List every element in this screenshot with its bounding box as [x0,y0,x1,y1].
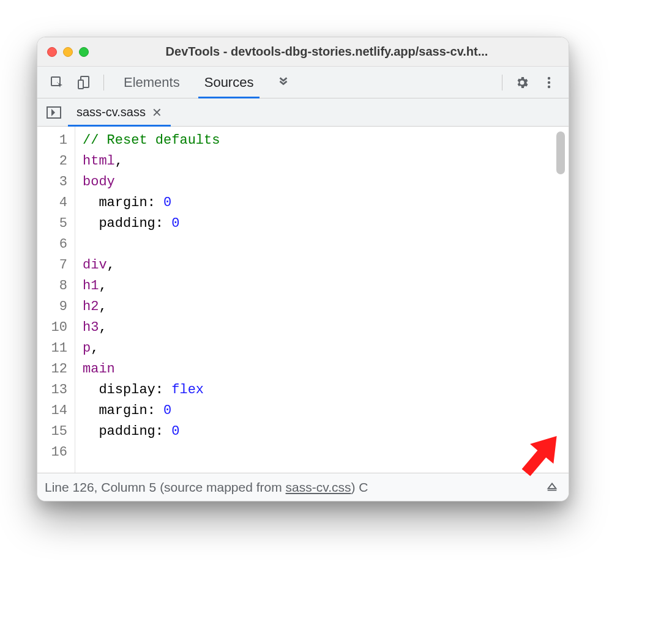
code-line: display: flex [83,380,569,401]
code-editor[interactable]: 12345678910111213141516 // Reset default… [37,127,569,473]
kebab-menu-icon[interactable] [537,70,561,95]
panel-tabs: Elements Sources [111,67,266,98]
status-bar: Line 126, Column 5 (source mapped from s… [37,473,569,501]
code-content[interactable]: // Reset defaultshtml,body margin: 0 pad… [75,127,569,473]
line-number: 15 [37,421,67,442]
line-number: 8 [37,276,67,297]
code-line: body [83,172,569,193]
line-number: 11 [37,338,67,359]
code-line: html, [83,151,569,172]
line-number: 3 [37,172,67,193]
code-line [83,234,569,255]
line-number: 16 [37,442,67,463]
code-line: padding: 0 [83,421,569,442]
show-drawer-icon[interactable] [543,478,561,497]
code-line: main [83,359,569,380]
device-toolbar-icon[interactable] [72,70,96,95]
svg-point-5 [548,85,550,87]
line-number: 2 [37,151,67,172]
code-line: margin: 0 [83,401,569,421]
file-tab-bar: sass-cv.sass ✕ [37,98,569,127]
traffic-lights [47,47,89,57]
separator [502,75,502,91]
cursor-position: Line 126, Column 5 [45,480,156,495]
code-line: div, [83,255,569,276]
minimize-window-button[interactable] [63,47,73,57]
file-tab-label: sass-cv.sass [77,105,146,119]
tab-sources[interactable]: Sources [192,67,266,98]
svg-point-4 [548,81,550,83]
line-number: 6 [37,234,67,255]
tab-label: Sources [204,75,254,91]
svg-point-3 [548,76,550,79]
line-gutter: 12345678910111213141516 [37,127,75,473]
code-line: h3, [83,317,569,338]
separator [103,75,104,91]
code-line: padding: 0 [83,213,569,234]
code-line: h1, [83,276,569,297]
settings-icon[interactable] [510,70,534,95]
inspect-element-icon[interactable] [45,70,69,95]
line-number: 13 [37,380,67,401]
line-number: 10 [37,317,67,338]
navigator-toggle-icon[interactable] [43,102,64,123]
window-title: DevTools - devtools-dbg-stories.netlify.… [95,45,559,59]
code-line: p, [83,338,569,359]
devtools-window: DevTools - devtools-dbg-stories.netlify.… [37,37,569,501]
line-number: 1 [37,130,67,151]
source-map-link[interactable]: sass-cv.css [286,480,351,494]
close-window-button[interactable] [47,47,57,57]
titlebar: DevTools - devtools-dbg-stories.netlify.… [37,37,569,67]
file-tab-sass-cv[interactable]: sass-cv.sass ✕ [68,98,171,126]
code-line [83,442,569,463]
svg-rect-2 [78,80,83,89]
source-map-info: (source mapped from sass-cv.css) C [160,480,539,495]
main-toolbar: Elements Sources [37,67,569,98]
line-number: 12 [37,359,67,380]
line-number: 4 [37,193,67,213]
tab-elements[interactable]: Elements [111,67,192,98]
tab-label: Elements [124,75,180,91]
scrollbar-thumb[interactable] [556,131,565,174]
close-tab-icon[interactable]: ✕ [152,105,162,120]
line-number: 14 [37,401,67,421]
line-number: 7 [37,255,67,276]
code-line: margin: 0 [83,193,569,213]
code-line: h2, [83,297,569,317]
more-tabs-button[interactable] [268,74,299,91]
code-line: // Reset defaults [83,130,569,151]
zoom-window-button[interactable] [79,47,89,57]
line-number: 9 [37,297,67,317]
line-number: 5 [37,213,67,234]
